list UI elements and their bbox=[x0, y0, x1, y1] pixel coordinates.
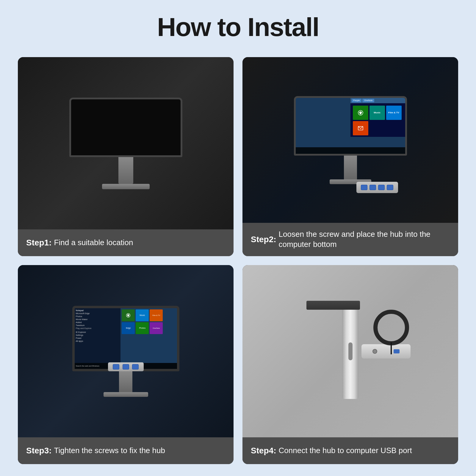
step4-image bbox=[242, 265, 458, 437]
step2-taskbar bbox=[296, 147, 405, 154]
step4-stand-container bbox=[342, 304, 358, 399]
step4-label: Step4: Connect the hub to computer USB p… bbox=[242, 437, 458, 464]
step2-label: Step2: Loosen the screw and place the hu… bbox=[242, 223, 458, 256]
windows-start-menu: People OneNote Music Film & TV bbox=[350, 98, 405, 137]
usb-port-4 bbox=[387, 185, 393, 190]
step3-screen: Notepad Microsoft Edge Photos Movie Make… bbox=[72, 306, 179, 371]
step4-hub bbox=[361, 344, 411, 358]
step3-bold: Step3: bbox=[26, 446, 52, 455]
step2-card: People OneNote Music Film & TV bbox=[242, 57, 458, 256]
step1-card: Step1: Find a suitable location bbox=[18, 57, 234, 256]
usb-port-3 bbox=[378, 185, 385, 190]
step3-card: Notepad Microsoft Edge Photos Movie Make… bbox=[18, 265, 234, 464]
step2-image: People OneNote Music Film & TV bbox=[242, 57, 458, 223]
step2-text: Loosen the screw and place the hub into … bbox=[279, 229, 450, 250]
tile-xbox bbox=[353, 106, 368, 120]
tile-film: Film & TV bbox=[386, 106, 402, 120]
win-tiles: Music Film & TV bbox=[350, 103, 405, 137]
monitor-base bbox=[102, 184, 150, 189]
stand-pillar bbox=[342, 304, 358, 399]
step4-text: Connect the hub to computer USB port bbox=[279, 446, 412, 456]
step3-neck bbox=[119, 371, 132, 392]
step3-usb-2 bbox=[123, 364, 129, 369]
tile-mail bbox=[353, 121, 368, 135]
step4-card: Step4: Connect the hub to computer USB p… bbox=[242, 265, 458, 464]
menu-top-bar: People OneNote bbox=[350, 98, 405, 103]
step4-usb-port bbox=[394, 349, 400, 353]
step4-bold: Step4: bbox=[251, 446, 276, 455]
monitor-edge bbox=[306, 301, 360, 310]
step3-usb-1 bbox=[113, 364, 119, 369]
step3-base bbox=[104, 392, 148, 397]
step3-image: Notepad Microsoft Edge Photos Movie Make… bbox=[18, 265, 234, 437]
hub-button bbox=[372, 349, 377, 354]
cable-area bbox=[373, 310, 409, 345]
steps-grid: Step1: Find a suitable location People O… bbox=[18, 57, 458, 464]
step1-text: Find a suitable location bbox=[54, 238, 133, 248]
stand-slot bbox=[348, 342, 353, 360]
monitor-stand bbox=[69, 98, 182, 189]
step1-image bbox=[18, 57, 234, 229]
monitor-neck bbox=[118, 157, 133, 184]
step3-monitor: Notepad Microsoft Edge Photos Movie Make… bbox=[72, 306, 179, 397]
step2-neck bbox=[344, 156, 357, 179]
usb-port-1 bbox=[361, 185, 367, 190]
step3-label: Step3: Tighten the screws to fix the hub bbox=[18, 437, 234, 464]
tile-music: Music bbox=[369, 106, 385, 120]
step2-monitor-screen: People OneNote Music Film & TV bbox=[294, 96, 407, 156]
step1-bold: Step1: bbox=[26, 238, 52, 248]
cable-coil bbox=[373, 310, 409, 345]
hub-attached bbox=[356, 182, 398, 193]
usb-port-2 bbox=[369, 185, 376, 190]
menu-item-people: People bbox=[352, 99, 362, 102]
monitor-screen-blank bbox=[69, 98, 182, 157]
step3-text: Tighten the screws to fix the hub bbox=[54, 446, 165, 456]
step3-hub bbox=[108, 362, 144, 371]
cable-tail bbox=[391, 342, 392, 354]
step3-usb-3 bbox=[132, 364, 139, 369]
step1-label: Step1: Find a suitable location bbox=[18, 229, 234, 256]
page-title: How to Install bbox=[157, 12, 319, 42]
menu-item-onenote: OneNote bbox=[362, 99, 374, 102]
step2-bold: Step2: bbox=[251, 235, 276, 244]
